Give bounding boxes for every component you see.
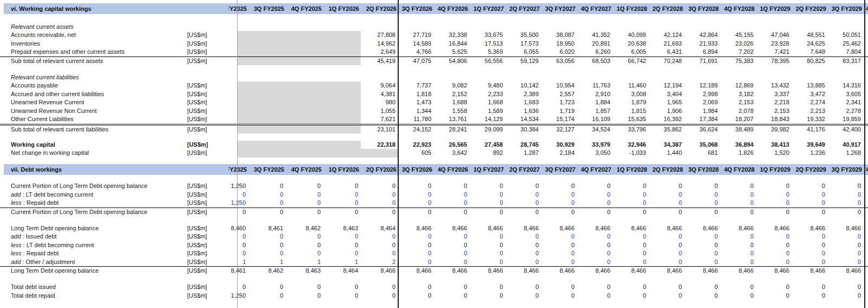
value-cell[interactable]: 0 (212, 241, 246, 250)
value-cell[interactable]: 20,891 (577, 40, 610, 48)
value-cell[interactable]: 42,400 (827, 125, 861, 134)
col-header[interactable]: 1Q FY2028 (609, 164, 647, 175)
col-header[interactable]: 2Q FY2025 (228, 3, 247, 14)
col-header[interactable]: 1Q FY2027 (466, 3, 504, 14)
value-cell[interactable]: 1,473 (398, 98, 431, 107)
col-header[interactable]: 3Q FY2028 (681, 164, 719, 175)
value-cell[interactable]: 8,463 (287, 267, 321, 275)
value-cell[interactable]: 1,965 (648, 98, 682, 107)
value-cell[interactable]: 28,241 (433, 125, 467, 134)
value-cell[interactable]: 1,250 (212, 199, 246, 208)
value-cell[interactable]: 0 (756, 199, 789, 208)
col-header[interactable]: 1Q FY2026 (321, 164, 359, 175)
value-cell[interactable]: 0 (362, 249, 395, 258)
value-cell[interactable]: 14,962 (362, 40, 395, 48)
value-cell[interactable]: 681 (684, 149, 718, 158)
value-cell[interactable]: 39,649 (792, 141, 825, 149)
value-cell[interactable]: 20,638 (612, 40, 646, 48)
value-cell[interactable]: 8,460 (212, 224, 246, 233)
value-cell[interactable]: 7,202 (720, 48, 754, 56)
col-header[interactable]: 2Q FY2029 (788, 3, 826, 14)
value-cell[interactable]: 19,859 (827, 115, 861, 124)
value-cell[interactable]: 0 (612, 199, 646, 208)
value-cell[interactable]: 8,461 (212, 267, 246, 275)
value-cell[interactable]: 8,466 (612, 224, 646, 233)
value-cell[interactable]: 48,551 (792, 31, 825, 40)
value-cell[interactable]: 0 (648, 292, 682, 300)
value-cell[interactable]: 0 (612, 241, 646, 250)
value-cell[interactable]: 1,906 (648, 107, 682, 116)
value-cell[interactable]: 0 (541, 292, 575, 300)
row-label[interactable]: Total debt issued (11, 283, 186, 292)
value-cell[interactable]: 14,534 (505, 115, 539, 124)
value-cell[interactable]: 41,176 (792, 125, 825, 134)
value-cell[interactable]: 34,387 (648, 141, 682, 149)
value-cell[interactable]: 3,050 (577, 149, 610, 158)
value-cell[interactable]: 0 (398, 208, 431, 217)
value-cell[interactable]: 0 (792, 249, 825, 258)
value-cell[interactable]: 2,152 (433, 90, 467, 99)
value-cell[interactable]: 0 (250, 292, 283, 300)
value-cell[interactable]: 70,248 (648, 57, 682, 66)
value-cell[interactable]: 9,082 (433, 81, 467, 90)
value-cell[interactable]: 0 (756, 182, 789, 191)
value-cell[interactable]: 35,500 (505, 31, 539, 40)
value-cell[interactable]: 1,683 (505, 98, 539, 107)
value-cell[interactable]: 0 (324, 232, 358, 241)
value-cell[interactable]: 0 (505, 292, 539, 300)
row-label[interactable]: add : Issued debt (11, 232, 186, 241)
value-cell[interactable]: 75,383 (720, 57, 754, 66)
value-cell[interactable]: 24,152 (398, 125, 431, 134)
value-cell[interactable]: 32,946 (612, 141, 646, 149)
value-cell[interactable]: 0 (827, 283, 861, 292)
value-cell[interactable]: 8,466 (469, 267, 503, 275)
value-cell[interactable]: 29,099 (469, 125, 503, 134)
col-header[interactable]: 4Q FY2029 (866, 164, 868, 175)
col-header[interactable]: 1Q FY2027 (466, 164, 504, 175)
value-cell[interactable]: 12,194 (648, 81, 682, 90)
value-cell[interactable]: 12,189 (684, 81, 718, 90)
value-cell[interactable]: 0 (324, 208, 358, 217)
value-cell[interactable]: 0 (287, 191, 321, 199)
value-cell[interactable]: 2,069 (684, 98, 718, 107)
value-cell[interactable]: 0 (541, 232, 575, 241)
value-cell[interactable]: 0 (648, 191, 682, 199)
value-cell[interactable]: 15,174 (541, 115, 575, 124)
value-cell[interactable]: 0 (684, 191, 718, 199)
col-header[interactable]: 1Q FY2029 (752, 164, 790, 175)
value-cell[interactable]: 0 (324, 249, 358, 258)
value-cell[interactable]: 8,466 (756, 267, 789, 275)
value-cell[interactable]: 0 (212, 232, 246, 241)
value-cell[interactable]: 0 (398, 241, 431, 250)
value-cell[interactable]: 1,236 (792, 149, 825, 158)
value-cell[interactable]: 1,558 (433, 107, 467, 116)
value-cell[interactable]: 6,431 (648, 48, 682, 56)
row-label[interactable]: add : LT debt becoming current (11, 191, 186, 199)
row-label[interactable]: add : Other / adjustment (11, 258, 186, 267)
value-cell[interactable]: 13,761 (433, 115, 467, 124)
value-cell[interactable]: 8,466 (827, 267, 861, 275)
value-cell[interactable]: 11,780 (398, 115, 431, 124)
value-cell[interactable]: 0 (756, 258, 789, 267)
row-label[interactable]: Other Current Liabilities (11, 115, 186, 124)
value-cell[interactable]: 1,344 (398, 107, 431, 116)
value-cell[interactable]: 1,857 (577, 107, 610, 116)
row-label[interactable]: Relevant current assets (11, 23, 186, 32)
value-cell[interactable]: 0 (827, 199, 861, 208)
value-cell[interactable]: 0 (577, 283, 610, 292)
value-cell[interactable]: 1,520 (756, 149, 789, 158)
value-cell[interactable]: 32,127 (541, 125, 575, 134)
value-cell[interactable]: 8,464 (362, 224, 395, 233)
value-cell[interactable]: 1,815 (612, 107, 646, 116)
value-cell[interactable]: 8,462 (287, 224, 321, 233)
value-cell[interactable]: 0 (720, 182, 754, 191)
value-cell[interactable]: 3,642 (433, 149, 467, 158)
value-cell[interactable]: 21,933 (684, 40, 718, 48)
value-cell[interactable]: 0 (827, 191, 861, 199)
value-cell[interactable]: -1,033 (612, 149, 646, 158)
value-cell[interactable]: 0 (250, 241, 283, 250)
row-label[interactable]: Total debt repaid (11, 292, 186, 300)
value-cell[interactable]: 0 (398, 199, 431, 208)
value-cell[interactable]: 6,005 (612, 48, 646, 56)
value-cell[interactable]: 18,843 (756, 115, 789, 124)
